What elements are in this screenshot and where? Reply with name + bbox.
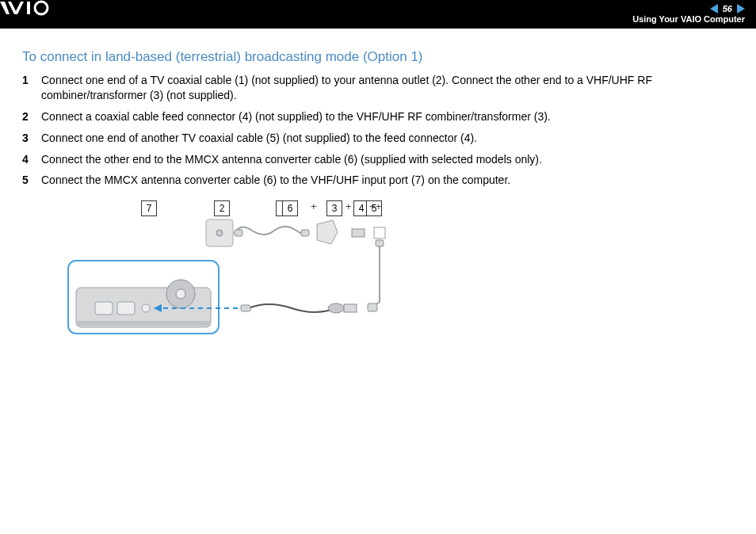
step-1: 1Connect one end of a TV coaxial cable (… (22, 73, 734, 103)
svg-point-11 (216, 230, 223, 236)
step-num: 1 (22, 73, 41, 103)
svg-point-5 (176, 289, 185, 299)
svg-point-8 (142, 304, 150, 312)
step-text: Connect the MMCX antenna converter cable… (41, 173, 734, 188)
step-text: Connect one end of a TV coaxial cable (1… (41, 73, 734, 103)
svg-rect-16 (376, 240, 384, 246)
step-text: Connect one end of another TV coaxial ca… (41, 131, 734, 146)
step-3: 3Connect one end of another TV coaxial c… (22, 131, 734, 146)
step-num: 2 (22, 109, 41, 124)
svg-rect-6 (95, 302, 113, 315)
content: To connect in land-based (terrestrial) b… (0, 29, 756, 351)
svg-point-1 (35, 2, 48, 14)
pager: 56 (710, 4, 745, 14)
svg-rect-17 (368, 303, 377, 311)
header-right: 56 Using Your VAIO Computer (632, 4, 745, 25)
svg-rect-13 (301, 230, 309, 236)
svg-point-19 (328, 303, 344, 313)
svg-rect-20 (344, 304, 357, 312)
page-number: 56 (723, 4, 732, 14)
svg-rect-15 (374, 227, 385, 238)
steps-list: 1Connect one end of a TV coaxial cable (… (22, 73, 734, 188)
section-title: Using Your VAIO Computer (632, 14, 745, 25)
connection-diagram: 2 1 3 4 5 6 7 + + + + (62, 200, 434, 351)
step-text: Connect the other end to the MMCX antenn… (41, 152, 734, 167)
step-num: 4 (22, 152, 41, 167)
heading: To connect in land-based (terrestrial) b… (22, 49, 734, 65)
step-num: 5 (22, 173, 41, 188)
step-2: 2Connect a coaxial cable feed connector … (22, 109, 734, 124)
diagram-svg (62, 200, 434, 351)
page: 56 Using Your VAIO Computer To connect i… (0, 0, 756, 534)
step-4: 4Connect the other end to the MMCX anten… (22, 152, 734, 167)
svg-rect-7 (117, 302, 135, 315)
step-text: Connect a coaxial cable feed connector (… (41, 109, 734, 124)
svg-rect-9 (76, 321, 211, 326)
step-5: 5Connect the MMCX antenna converter cabl… (22, 173, 734, 188)
prev-page-icon[interactable] (710, 4, 718, 13)
header-bar: 56 Using Your VAIO Computer (0, 0, 756, 29)
step-num: 3 (22, 131, 41, 146)
svg-rect-14 (352, 229, 365, 237)
svg-rect-0 (27, 2, 30, 14)
svg-rect-18 (241, 305, 250, 311)
svg-rect-12 (235, 230, 242, 236)
next-page-icon[interactable] (737, 4, 745, 13)
